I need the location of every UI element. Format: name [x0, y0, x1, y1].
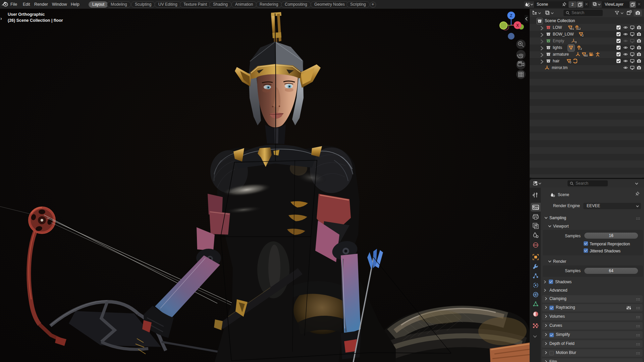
svg-text:X: X [516, 23, 519, 28]
svg-text:Z: Z [510, 13, 512, 18]
